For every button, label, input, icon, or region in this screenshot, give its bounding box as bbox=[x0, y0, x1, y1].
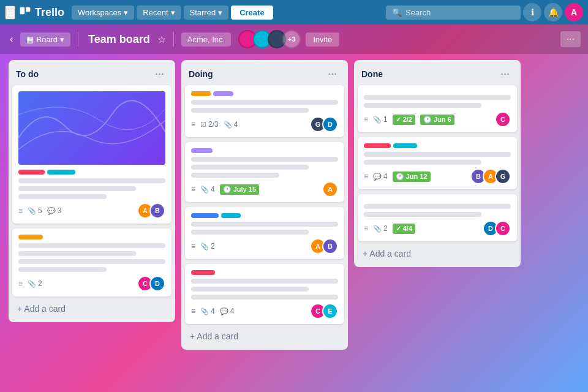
card-tag[interactable] bbox=[18, 235, 43, 239]
card-text-line bbox=[191, 157, 338, 162]
card-member-avatar[interactable]: C bbox=[495, 111, 511, 127]
card[interactable]: ≡📎2AB bbox=[185, 207, 344, 259]
card-text-line bbox=[18, 251, 136, 256]
board-title: Team board bbox=[88, 33, 150, 46]
card-tag[interactable] bbox=[18, 170, 45, 175]
column-more-button[interactable]: ··· bbox=[151, 66, 168, 81]
menu-icon: ≡ bbox=[364, 224, 368, 233]
attachment-icon: 📎 bbox=[373, 116, 382, 124]
card-text-line bbox=[364, 152, 511, 157]
back-button[interactable]: ‹ bbox=[7, 31, 15, 47]
card-tag[interactable] bbox=[364, 143, 391, 148]
top-navigation: ⊞ Trello Workspaces ▾ Recent ▾ Starred ▾… bbox=[0, 0, 588, 24]
card[interactable]: ≡☑2/3📎4GD bbox=[185, 85, 344, 137]
card-footer: ≡📎1✓2/2🕐Jun 6C bbox=[364, 111, 511, 127]
card-text bbox=[191, 279, 338, 300]
starred-button[interactable]: Starred ▾ bbox=[184, 6, 229, 20]
card-members: GD bbox=[310, 116, 338, 132]
star-button[interactable]: ☆ bbox=[157, 34, 166, 45]
notifications-button[interactable]: 🔔 bbox=[544, 3, 562, 21]
add-card-button[interactable]: + Add a card bbox=[184, 326, 345, 346]
card-tag[interactable] bbox=[191, 91, 211, 96]
card-text-line bbox=[364, 204, 511, 209]
card-text-line bbox=[191, 165, 309, 170]
search-box[interactable]: 🔍 bbox=[386, 6, 521, 20]
user-avatar[interactable]: A bbox=[565, 3, 583, 21]
card-meta: ≡📎2 bbox=[191, 242, 215, 251]
card-meta: ≡☑2/3📎4 bbox=[191, 120, 238, 129]
card-text-line bbox=[18, 243, 165, 248]
workspace-badge[interactable]: Acme, Inc. bbox=[181, 32, 231, 47]
add-card-button[interactable]: + Add a card bbox=[11, 299, 173, 318]
card-members: DC bbox=[483, 221, 511, 236]
card-text bbox=[18, 178, 165, 199]
board-icon: ▦ bbox=[26, 35, 34, 44]
column-header: Done··· bbox=[354, 60, 521, 85]
card[interactable]: ≡📎4💬4CE bbox=[185, 264, 344, 324]
column-title: To do bbox=[16, 69, 39, 79]
chevron-down-icon: ▾ bbox=[171, 8, 175, 17]
board-more-button[interactable]: ··· bbox=[560, 31, 581, 47]
card-meta: ≡📎1✓2/2🕐Jun 6 bbox=[364, 115, 454, 125]
card-text bbox=[191, 100, 338, 113]
card-member-avatar[interactable]: E bbox=[322, 303, 338, 319]
search-icon: 🔍 bbox=[392, 8, 402, 17]
cards-list: ≡📎5💬3AB≡📎2CD bbox=[9, 85, 175, 296]
card[interactable]: ≡📎4🕐July 15A bbox=[185, 142, 344, 202]
card-tags bbox=[18, 170, 165, 175]
card-tag[interactable] bbox=[221, 213, 241, 218]
workspaces-button[interactable]: Workspaces ▾ bbox=[72, 6, 134, 20]
card-tag[interactable] bbox=[393, 143, 417, 148]
more-members-badge[interactable]: +3 bbox=[282, 30, 301, 48]
card-tag[interactable] bbox=[191, 213, 219, 218]
attachment-icon: 📎 bbox=[200, 243, 209, 251]
column-done: Done···≡📎1✓2/2🕐Jun 6C≡💬4🕐Jun 12BAG≡📎2✓4/… bbox=[354, 60, 521, 267]
card-members: A bbox=[322, 181, 338, 197]
column-doing: Doing···≡☑2/3📎4GD≡📎4🕐July 15A≡📎2AB≡📎4💬4C… bbox=[181, 60, 348, 350]
column-more-button[interactable]: ··· bbox=[497, 66, 513, 81]
card-member-avatar[interactable]: B bbox=[149, 203, 165, 219]
recent-button[interactable]: Recent ▾ bbox=[137, 6, 181, 20]
card-text-line bbox=[191, 100, 338, 105]
divider bbox=[173, 32, 174, 47]
card-tag[interactable] bbox=[47, 170, 75, 175]
card[interactable]: ≡📎2CD bbox=[12, 228, 172, 296]
card-member-avatar[interactable]: C bbox=[495, 221, 511, 236]
card-tags bbox=[364, 143, 511, 148]
grid-icon[interactable]: ⊞ bbox=[5, 6, 15, 20]
card-member-avatar[interactable]: A bbox=[322, 181, 338, 197]
search-input[interactable] bbox=[405, 8, 503, 17]
add-card-button[interactable]: + Add a card bbox=[356, 244, 518, 263]
create-button[interactable]: Create bbox=[231, 6, 273, 20]
card-text bbox=[364, 152, 511, 165]
card-member-avatar[interactable]: D bbox=[149, 276, 165, 292]
card-text-line bbox=[18, 178, 165, 183]
card[interactable]: ≡💬4🕐Jun 12BAG bbox=[358, 137, 517, 189]
card-member-avatar[interactable]: B bbox=[322, 238, 338, 254]
trello-logo: Trello bbox=[19, 6, 64, 19]
card[interactable]: ≡📎1✓2/2🕐Jun 6C bbox=[358, 85, 517, 132]
card-member-avatar[interactable]: G bbox=[495, 168, 511, 184]
checklist-meta: ☑2/3 bbox=[200, 120, 219, 129]
column-more-button[interactable]: ··· bbox=[324, 66, 341, 81]
card-tag[interactable] bbox=[213, 91, 233, 96]
check-badge: ✓2/2 bbox=[393, 115, 415, 125]
card-meta: ≡📎4🕐July 15 bbox=[191, 184, 259, 195]
invite-button[interactable]: Invite bbox=[306, 32, 339, 47]
card-text-line bbox=[191, 230, 309, 235]
attachment-icon: 📎 bbox=[200, 186, 209, 194]
board-type-button[interactable]: ▦ Board ▾ bbox=[20, 32, 70, 47]
card-tags bbox=[191, 91, 338, 96]
card-tag[interactable] bbox=[191, 148, 213, 153]
check-badge: ✓4/4 bbox=[393, 224, 415, 234]
card[interactable]: ≡📎5💬3AB bbox=[12, 85, 172, 224]
card-tag[interactable] bbox=[191, 270, 215, 275]
card[interactable]: ≡📎2✓4/4DC bbox=[358, 194, 517, 241]
info-button[interactable]: ℹ bbox=[523, 3, 541, 21]
card-members: C bbox=[495, 111, 511, 127]
chevron-down-icon: ▾ bbox=[218, 8, 222, 17]
card-members: AB bbox=[137, 203, 165, 219]
card-member-avatar[interactable]: D bbox=[322, 116, 338, 132]
card-cover bbox=[18, 91, 165, 165]
card-footer: ≡📎2AB bbox=[191, 238, 338, 254]
